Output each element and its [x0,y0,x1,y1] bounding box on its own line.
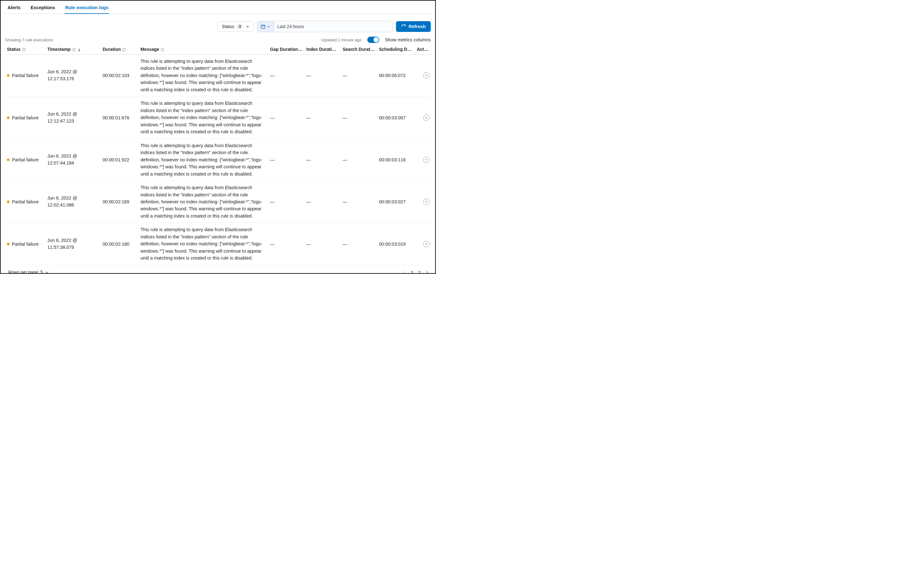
message-text: This rule is attempting to query data fr… [140,184,266,220]
next-page[interactable] [425,270,429,274]
help-icon[interactable] [338,48,341,52]
search-dur-text: — [341,54,377,97]
timestamp-text: Jun 6, 2022 @ 12:02:41.086 [47,195,99,209]
status-text: Partial failure [12,199,39,204]
index-dur-text: — [304,139,341,181]
rows-per-page-label: Rows per page: 5 [8,270,43,274]
help-icon[interactable] [160,48,165,52]
chevron-down-icon [245,24,250,29]
sched-text: 00:00:06:072 [377,54,415,97]
col-search-duration[interactable]: Search Durat… [341,45,377,54]
pagination: 1 2 [402,270,429,274]
gap-text: — [268,54,304,97]
page-1[interactable]: 1 [411,270,413,274]
status-dot-icon [7,158,10,161]
execution-log-table: Status Timestamp Duration [5,45,431,265]
table-footer: Rows per page: 5 1 2 [5,265,431,274]
refresh-button[interactable]: Refresh [396,21,431,32]
table-row: Partial failure Jun 6, 2022 @ 12:07:44.1… [5,139,431,181]
page-2[interactable]: 2 [418,270,421,274]
col-scheduling-delay[interactable]: Scheduling D… [377,45,415,54]
refresh-icon [401,24,406,29]
refresh-label: Refresh [409,24,426,29]
svg-rect-0 [261,25,265,28]
gap-text: — [268,181,304,223]
timestamp-text: Jun 6, 2022 @ 12:12:47.123 [47,111,99,125]
search-dur-text: — [341,97,377,139]
date-picker[interactable]: Last 24 hours [257,21,393,32]
help-icon[interactable] [22,48,26,52]
col-index-duration[interactable]: Index Duration [304,45,341,54]
message-text: This rule is attempting to query data fr… [140,226,266,261]
timestamp-text: Jun 6, 2022 @ 11:57:38.079 [47,237,99,251]
index-dur-text: — [304,54,341,97]
tab-exceptions[interactable]: Exceptions [30,2,56,14]
timestamp-text: Jun 6, 2022 @ 12:07:44.184 [47,153,99,167]
help-icon[interactable] [376,48,377,52]
col-duration[interactable]: Duration [101,45,139,54]
sched-text: 00:00:03:116 [377,139,415,181]
col-gap-duration[interactable]: Gap Duration [268,45,304,54]
gap-text: — [268,139,304,181]
sched-text: 00:00:03:007 [377,97,415,139]
rows-per-page[interactable]: Rows per page: 5 [8,270,49,274]
row-action-button[interactable] [423,199,429,205]
calendar-button[interactable] [257,21,274,32]
status-text: Partial failure [12,241,39,247]
index-dur-text: — [304,181,341,223]
updated-text: Updated 1 minute ago [321,38,361,42]
table-row: Partial failure Jun 6, 2022 @ 12:12:47.1… [5,97,431,139]
date-range-value[interactable]: Last 24 hours [274,21,393,32]
search-dur-text: — [341,139,377,181]
showing-count: Showing 7 rule executions [5,38,53,42]
sched-text: 00:00:03:027 [377,181,415,223]
status-text: Partial failure [12,73,39,78]
status-filter[interactable]: Status 3 [218,21,254,32]
message-text: This rule is attempting to query data fr… [140,142,266,177]
duration-text: 00:00:02:169 [101,181,139,223]
show-metrics-label: Show metrics columns [385,37,431,42]
timestamp-text: Jun 6, 2022 @ 12:17:53.176 [47,69,99,83]
calendar-icon [261,24,266,29]
gap-text: — [268,223,304,265]
row-action-button[interactable] [423,241,429,247]
sched-text: 00:00:03:019 [377,223,415,265]
sort-desc-icon [77,48,81,52]
prev-page[interactable] [402,270,406,274]
help-icon[interactable] [72,48,76,52]
status-filter-label: Status [222,24,234,29]
table-row: Partial failure Jun 6, 2022 @ 12:02:41.0… [5,181,431,223]
col-timestamp[interactable]: Timestamp [46,45,101,54]
row-action-button[interactable] [423,115,429,121]
duration-text: 00:00:02:180 [101,223,139,265]
search-dur-text: — [341,181,377,223]
table-row: Partial failure Jun 6, 2022 @ 12:17:53.1… [5,54,431,97]
index-dur-text: — [304,223,341,265]
tab-rule-execution-logs[interactable]: Rule execution logs [64,2,109,14]
info-row: Showing 7 rule executions Updated 1 minu… [5,36,431,43]
col-status[interactable]: Status [5,45,46,54]
duration-text: 00:00:02:103 [101,54,139,97]
message-text: This rule is attempting to query data fr… [140,100,266,135]
search-dur-text: — [341,223,377,265]
tab-alerts[interactable]: Alerts [7,2,21,14]
index-dur-text: — [304,97,341,139]
row-action-button[interactable] [423,157,429,163]
status-text: Partial failure [12,115,39,120]
message-text: This rule is attempting to query data fr… [140,58,266,93]
col-message[interactable]: Message [139,45,268,54]
status-dot-icon [7,200,10,203]
toolbar: Status 3 Last 24 hours Refresh [5,21,431,32]
status-dot-icon [7,243,10,245]
chevron-down-icon [45,270,49,274]
chevron-down-icon [267,25,271,28]
col-actions: Actions [415,45,431,54]
row-action-button[interactable] [423,72,429,79]
show-metrics-toggle[interactable] [367,36,379,43]
gap-text: — [268,97,304,139]
duration-text: 00:00:01:676 [101,97,139,139]
svg-point-17 [376,48,377,51]
help-icon[interactable] [413,48,415,52]
status-dot-icon [7,117,10,119]
help-icon[interactable] [122,48,126,52]
